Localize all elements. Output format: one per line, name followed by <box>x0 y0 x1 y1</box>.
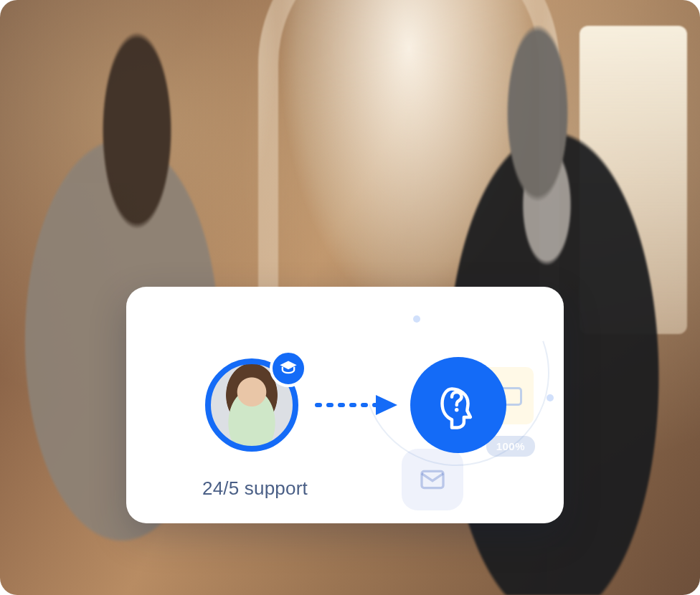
support-avatar <box>205 358 298 452</box>
card-content <box>126 287 564 523</box>
support-card: 100% <box>126 287 564 523</box>
support-label: 24/5 support <box>202 477 308 500</box>
hero-image: 100% <box>0 0 700 595</box>
graduation-cap-icon <box>270 350 307 387</box>
arrow-right-dashed-icon <box>314 391 400 419</box>
svg-point-2 <box>455 408 458 411</box>
head-question-icon <box>410 357 506 453</box>
